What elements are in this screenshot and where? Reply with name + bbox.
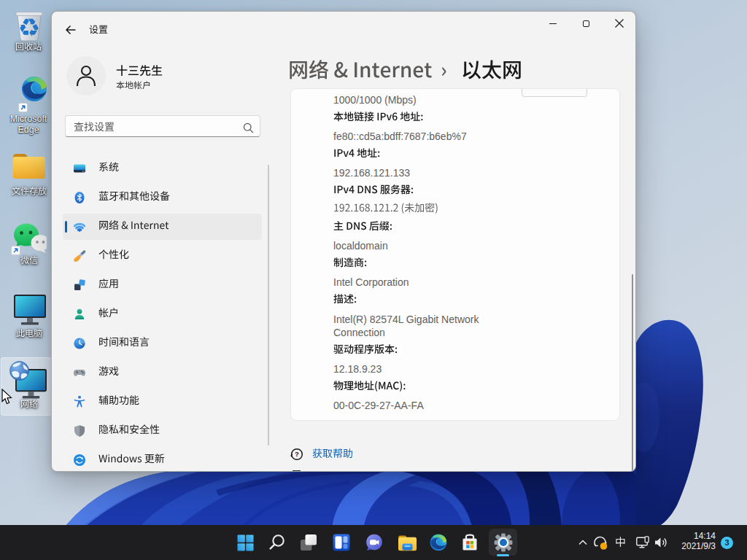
svg-text:?: ? [295,450,299,458]
